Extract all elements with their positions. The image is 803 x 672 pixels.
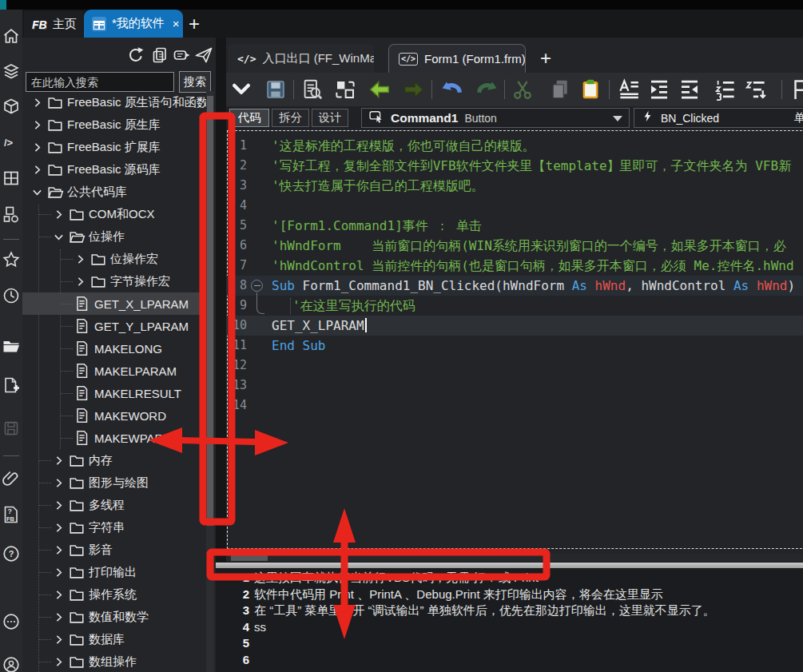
code-editor[interactable]: 1'这是标准的工程模版，你也可做自己的模版。2'写好工程，复制全部文件到VFB软… [226,129,803,554]
tree-item[interactable]: 影音 [22,539,206,561]
tree-scrollbar-thumb[interactable] [207,96,213,526]
cube-icon[interactable] [2,97,21,116]
search-button[interactable]: 搜索 [179,71,211,93]
doc-preview-icon[interactable] [300,78,324,101]
code-line[interactable]: 1'这是标准的工程模版，你也可做自己的模版。 [226,136,803,156]
tab-home[interactable]: FB 主页 [24,11,83,38]
tree-scrollbar[interactable] [206,91,214,672]
tree-item[interactable]: 多线程 [22,494,206,516]
view-tab-代码[interactable]: 代码 [229,109,269,127]
editor-horizontal-scrollbar[interactable] [226,554,803,562]
tree-item[interactable]: MAKELRESULT [22,382,206,404]
nav-forward-icon[interactable] [402,78,426,101]
debug-output-panel[interactable]: 1这里按回车就执行当前行VBS代码，无需 打 ? 或 Print2软件中代码用 … [216,568,803,672]
chevron-right-icon[interactable] [74,252,87,266]
tree-item[interactable]: FreeBasic 原生语句和函数 [22,91,206,113]
chevron-right-icon[interactable] [74,275,87,288]
new-tab-button[interactable]: + [189,14,200,34]
new-editor-tab-button[interactable]: + [540,47,551,70]
tree-item[interactable]: 位操作 [22,225,206,248]
fb-help-file-icon[interactable]: ?FB [2,505,21,524]
redo-icon[interactable] [475,78,499,101]
chevron-right-icon[interactable] [52,521,66,535]
tree-item[interactable]: MAKEWPARAM [22,427,206,449]
paste-icon[interactable] [578,78,602,101]
code-icon[interactable]: /> [2,133,21,152]
tree-item[interactable]: FreeBasic 扩展库 [22,136,206,158]
code-line[interactable]: 4 [226,196,803,216]
paperclip-icon[interactable] [2,469,21,488]
code-line[interactable]: 11End Sub [226,336,803,356]
home-icon[interactable] [2,26,21,46]
tree-item[interactable]: MAKELONG [22,337,206,360]
code-line[interactable]: 7'hWndControl 当前控件的句柄(也是窗口句柄，如果多开本窗口，必须 … [226,256,803,276]
search-input[interactable] [26,72,174,92]
tree-item[interactable]: 数组操作 [22,650,206,672]
sort-list-icon[interactable] [744,78,768,101]
close-icon[interactable]: × [173,17,180,30]
collapse-chevron-icon[interactable] [229,78,253,101]
indent-icon[interactable] [647,78,671,101]
code-line[interactable]: 14 [226,396,803,416]
tree-item[interactable]: FreeBasic 原生库 [22,113,206,136]
code-line[interactable]: 9'在这里写执行的代码 [226,296,803,316]
tree-item[interactable]: 数据库 [22,628,206,650]
chevron-down-icon[interactable] [30,185,44,199]
code-line[interactable]: 2'写好工程，复制全部文件到VFB软件文件夹里【template】里即可，子文件… [226,156,803,176]
chevron-right-icon[interactable] [30,141,44,154]
user-search-icon[interactable] [2,655,21,672]
tree-item[interactable]: COM和OCX [22,203,206,225]
chevron-right-icon[interactable] [52,543,66,557]
editor-tab-entry[interactable]: </> 入口出口 (FF_WinMain) [228,44,374,73]
code-line[interactable]: 12 [226,356,803,376]
layers-icon[interactable] [2,62,21,81]
folder-open-icon[interactable] [2,336,21,356]
tree-item[interactable]: MAKEWORD [22,404,206,427]
editor-h-scrollbar-thumb[interactable] [231,555,268,561]
fold-collapse-icon[interactable] [251,280,263,292]
window-grid-icon[interactable] [2,169,21,188]
code-line[interactable]: 6'hWndForm 当前窗口的句柄(WIN系统用来识别窗口的一个编号，如果多开… [226,236,803,256]
chevron-right-icon[interactable] [52,610,66,624]
chevron-right-icon[interactable] [52,588,66,602]
editor-tab-form1[interactable]: </> Form1 (Form1.frm) × [388,44,526,73]
chevron-right-icon[interactable] [30,163,44,177]
help-circle-icon[interactable]: ? [2,544,21,563]
bookmark-icon[interactable] [789,78,803,101]
tree-item[interactable]: GET_Y_LPARAM [22,315,206,337]
tree-item[interactable]: 公共代码库 [22,181,206,203]
tree-item[interactable]: MAKELPARAM [22,360,206,382]
code-line[interactable]: 10GET_X_LPARAM [226,316,803,336]
chevron-right-icon[interactable] [52,633,66,646]
copy-docs-icon[interactable] [150,46,169,65]
event-dropdown[interactable]: BN_Clicked 单 [634,108,803,128]
outdent-icon[interactable] [678,78,702,101]
clock-icon[interactable] [2,286,21,305]
chevron-down-icon[interactable] [52,230,66,244]
object-dropdown[interactable]: Command1 Button [361,108,630,128]
tree-item[interactable]: 位操作宏 [22,248,206,270]
tree-item[interactable]: 数值和数学 [22,606,206,628]
code-line[interactable]: 13 [226,376,803,396]
shapes-icon[interactable] [2,205,21,224]
tree-item[interactable]: 内存 [22,449,206,471]
undo-icon[interactable] [440,78,464,101]
cut-icon[interactable] [511,78,535,101]
preview-card-icon[interactable] [173,46,192,65]
format-font-icon[interactable] [617,78,641,101]
chevron-right-icon[interactable] [30,118,44,132]
chevron-right-icon[interactable] [30,96,44,109]
save-icon[interactable] [264,78,288,101]
chevron-right-icon[interactable] [52,454,66,467]
view-tab-拆分[interactable]: 拆分 [272,109,309,127]
chevron-right-icon[interactable] [52,476,66,490]
tree-item[interactable]: 操作系统 [22,583,206,606]
tree-item[interactable]: 字节操作宏 [22,270,206,292]
code-line[interactable]: 3'快去打造属于你自己的工程模版吧。 [226,176,803,196]
chevron-right-icon[interactable] [52,499,66,512]
tree-item[interactable]: FreeBasic 源码库 [22,158,206,181]
nav-back-icon[interactable] [368,78,392,101]
tree-item[interactable]: GET_X_LPARAM [22,292,206,315]
numbered-list-icon[interactable] [714,78,737,101]
chevron-right-icon[interactable] [52,655,66,669]
